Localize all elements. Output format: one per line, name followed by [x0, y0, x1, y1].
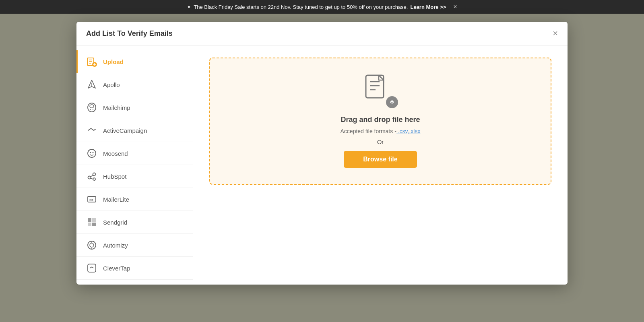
announcement-text: The Black Friday Sale starts on 22nd Nov…	[194, 4, 408, 10]
sidebar-item-moosend[interactable]: Moosend	[76, 142, 193, 165]
upload-icon	[86, 56, 97, 67]
sidebar-item-activecampaign-label: ActiveCampaign	[103, 127, 147, 134]
announcement-star: ✦	[187, 4, 191, 10]
svg-rect-31	[88, 264, 96, 272]
svg-point-18	[93, 178, 95, 180]
mailerlite-icon: lite	[86, 194, 97, 205]
sidebar-item-apollo-label: Apollo	[103, 81, 120, 88]
or-text: Or	[377, 138, 384, 145]
svg-rect-26	[92, 223, 96, 226]
drop-zone[interactable]: Drag and drop file here Accepted file fo…	[209, 58, 551, 185]
sidebar-item-mailchimp[interactable]: Mailchimp	[76, 96, 193, 119]
svg-rect-32	[366, 75, 384, 98]
main-content: Drag and drop file here Accepted file fo…	[193, 45, 568, 285]
clevertap-icon	[86, 262, 97, 274]
sidebar: Upload Apollo	[76, 45, 193, 285]
svg-point-14	[90, 152, 91, 153]
sendgrid-icon	[86, 217, 97, 228]
sidebar-item-moosend-label: Moosend	[103, 150, 128, 157]
sidebar-item-upload-label: Upload	[103, 58, 124, 65]
background-overlay: Add List To Verify Emails ×	[0, 14, 644, 322]
sidebar-item-sendgrid[interactable]: Sendgrid	[76, 211, 193, 234]
svg-line-20	[91, 178, 93, 179]
mailchimp-icon	[86, 102, 97, 113]
svg-line-19	[91, 175, 93, 177]
dropzone-icon-container	[364, 74, 396, 107]
sidebar-item-sendgrid-label: Sendgrid	[103, 219, 127, 226]
svg-rect-24	[92, 218, 96, 222]
modal: Add List To Verify Emails ×	[76, 22, 568, 285]
automizy-icon	[86, 239, 97, 251]
svg-point-15	[93, 152, 94, 153]
svg-point-17	[88, 176, 91, 179]
sidebar-item-hubspot[interactable]: HubSpot	[76, 165, 193, 188]
modal-body: Upload Apollo	[76, 45, 568, 285]
sidebar-item-upload[interactable]: Upload	[76, 50, 193, 73]
modal-header: Add List To Verify Emails ×	[76, 22, 568, 45]
svg-text:lite: lite	[89, 198, 94, 202]
upload-badge-icon	[386, 96, 398, 108]
learn-more-link[interactable]: Learn More >>	[410, 4, 446, 10]
sidebar-item-automizy[interactable]: Automizy	[76, 234, 193, 257]
modal-close-button[interactable]: ×	[553, 29, 558, 38]
drag-drop-text: Drag and drop file here	[341, 116, 420, 124]
sidebar-item-mailerlite-label: MailerLite	[103, 196, 129, 203]
browse-file-button[interactable]: Browse file	[344, 151, 417, 168]
sidebar-item-clevertap-label: CleverTap	[103, 265, 130, 272]
announcement-bar: ✦ The Black Friday Sale starts on 22nd N…	[0, 0, 644, 14]
hubspot-icon	[86, 171, 97, 182]
announcement-close-icon[interactable]: ×	[453, 3, 457, 10]
sidebar-item-hubspot-label: HubSpot	[103, 173, 126, 180]
svg-point-28	[90, 243, 94, 247]
sidebar-item-apollo[interactable]: Apollo	[76, 73, 193, 96]
activecampaign-icon	[86, 125, 97, 136]
moosend-icon	[86, 148, 97, 159]
svg-point-10	[90, 105, 94, 108]
svg-rect-25	[88, 223, 91, 226]
sidebar-item-clevertap[interactable]: CleverTap	[76, 257, 193, 280]
accepted-formats-link: .csv,.xlsx	[396, 128, 421, 134]
sidebar-item-mailchimp-label: Mailchimp	[103, 104, 130, 111]
apollo-icon	[86, 79, 97, 90]
modal-title: Add List To Verify Emails	[86, 29, 173, 38]
accepted-formats-text: Accepted file formats - .csv,.xlsx	[341, 128, 421, 134]
svg-rect-23	[88, 218, 91, 222]
sidebar-item-automizy-label: Automizy	[103, 242, 128, 249]
sidebar-item-activecampaign[interactable]: ActiveCampaign	[76, 119, 193, 142]
sidebar-item-mailerlite[interactable]: lite MailerLite	[76, 188, 193, 211]
